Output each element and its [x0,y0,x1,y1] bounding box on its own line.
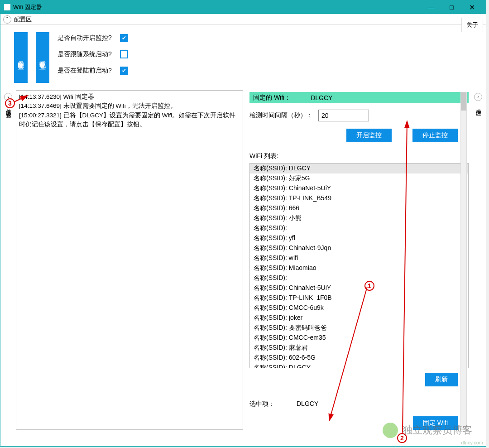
wifi-list-item[interactable]: 名称(SSID): Miaomiao [250,263,468,273]
wifi-list-item[interactable]: 名称(SSID): 好家5G [250,173,468,183]
prelogin-row: 是否在登陆前启动? ✔ [58,67,128,75]
log-line: [14:13:37.6230] Wifi 固定器 [19,92,240,101]
operations-panel: 固定的 Wifi： DLGCY 检测时间间隔（秒）： 开启监控 停止监控 WiF… [243,90,470,430]
startup-row: 是否跟随系统启动? [58,50,128,58]
app-icon [4,4,10,10]
interval-input[interactable] [318,110,369,121]
wifi-list-item[interactable]: 名称(SSID): DLGCY [250,363,468,368]
about-button[interactable]: 关于 [461,18,483,32]
config-body: 保存配置 重载配置 是否自动开启监控? ✔ 是否跟随系统启动? 是否在登陆前启动… [0,25,486,90]
auto-monitor-checkbox[interactable]: ✔ [120,34,128,42]
start-monitor-button[interactable]: 开启监控 [346,129,392,142]
log-panel[interactable]: [14:13:37.6230] Wifi 固定器 [14:13:37.6469]… [16,90,243,430]
wifi-list-item[interactable]: 名称(SSID): TP-LINK_B549 [250,193,468,203]
wifi-list[interactable]: 名称(SSID): DLGCY名称(SSID): 好家5G名称(SSID): C… [249,163,469,368]
scrollbar-thumb[interactable] [461,92,466,111]
startup-checkbox[interactable] [120,50,128,58]
watermark-text: 独立观察员博客 [403,424,472,437]
selected-label: 选中项： [249,400,275,408]
fixed-wifi-value: DLGCY [311,94,332,101]
maximize-button[interactable]: □ [441,0,462,14]
save-config-button[interactable]: 保存配置 [14,32,28,83]
wifi-list-label: WiFi 列表: [249,152,469,160]
chevron-up-icon[interactable]: ˄ [3,15,11,24]
prelogin-label: 是否在登陆前启动? [58,67,112,75]
prelogin-checkbox[interactable]: ✔ [120,67,128,75]
fixed-wifi-label: 固定的 Wifi： [253,94,291,102]
reload-config-button[interactable]: 重载配置 [36,32,49,83]
log-line: [15:00:27.3321] 已将【DLGCY】设置为需要固定的 Wifi。如… [19,111,240,130]
interval-row: 检测时间间隔（秒）： [249,110,469,121]
watermark: 独立观察员博客 [383,423,472,438]
wifi-list-item[interactable]: 名称(SSID): ChinaNet-5UiY [250,283,468,293]
left-gutter-label: 信息区设置 [5,105,12,109]
wifi-list-item[interactable]: 名称(SSID): 要密码叫爸爸 [250,323,468,333]
fixed-wifi-bar: 固定的 Wifi： DLGCY [249,92,469,103]
wifi-list-item[interactable]: 名称(SSID): DLGCY [250,164,468,173]
wifi-list-item[interactable]: 名称(SSID): yfl [250,233,468,243]
wifi-list-item[interactable]: 名称(SSID): ChinaNet-5UiY [250,183,468,193]
wifi-list-item[interactable]: 名称(SSID): 小熊 [250,213,468,223]
main-area: › 信息区设置 [14:13:37.6230] Wifi 固定器 [14:13:… [0,90,486,430]
chevron-left-icon[interactable]: ‹ [474,93,482,101]
wifi-list-item[interactable]: 名称(SSID): wifi [250,253,468,263]
auto-monitor-row: 是否自动开启监控? ✔ [58,34,128,42]
wifi-list-item[interactable]: 名称(SSID): [250,223,468,233]
auto-monitor-label: 是否自动开启监控? [58,34,112,42]
right-gutter-label: 操作区 [475,105,482,107]
config-header: ˄ 配置区 [0,14,486,25]
watermark-icon [383,423,398,438]
right-gutter: ‹ 操作区 [470,90,486,430]
config-header-label: 配置区 [14,15,32,24]
refresh-button[interactable]: 刷新 [425,373,458,386]
wifi-list-item[interactable]: 名称(SSID): [250,273,468,283]
window-title: Wifi 固定器 [13,3,42,11]
app-window: Wifi 固定器 ― □ ✕ ˄ 配置区 关于 保存配置 重载配置 是否自动开启… [0,0,486,447]
chevron-right-icon[interactable]: › [4,93,12,101]
wifi-list-item[interactable]: 名称(SSID): TP-LINK_1F0B [250,293,468,303]
startup-label: 是否跟随系统启动? [58,50,112,58]
close-button[interactable]: ✕ [462,0,482,14]
wifi-list-item[interactable]: 名称(SSID): joker [250,313,468,323]
titlebar: Wifi 固定器 ― □ ✕ [0,0,486,14]
stop-monitor-button[interactable]: 停止监控 [412,129,458,142]
watermark-link: dlgcy.com [461,440,483,445]
selected-row: 选中项： DLGCY [249,400,469,408]
wifi-list-item[interactable]: 名称(SSID): 666 [250,203,468,213]
selected-value: DLGCY [297,400,318,408]
scrollbar[interactable] [460,92,467,430]
wifi-list-item[interactable]: 名称(SSID): CMCC-6u9k [250,303,468,313]
wifi-list-item[interactable]: 名称(SSID): 602-6-5G [250,353,468,363]
minimize-button[interactable]: ― [421,0,441,14]
interval-label: 检测时间间隔（秒）： [249,111,313,120]
log-line: [14:13:37.6469] 未设置需要固定的 Wifi，无法开启监控。 [19,101,240,111]
wifi-list-item[interactable]: 名称(SSID): 麻薯君 [250,343,468,353]
left-gutter: › 信息区设置 [0,90,16,430]
wifi-list-item[interactable]: 名称(SSID): ChinaNet-9Jqn [250,243,468,253]
wifi-list-item[interactable]: 名称(SSID): CMCC-em35 [250,333,468,343]
